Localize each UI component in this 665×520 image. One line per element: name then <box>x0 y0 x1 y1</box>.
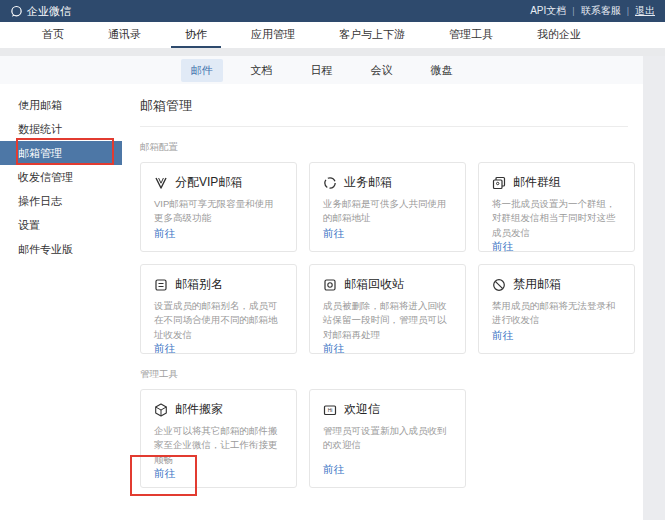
tab-drive[interactable]: 微盘 <box>421 59 463 82</box>
card-vip-mailbox: 分配VIP邮箱 VIP邮箱可享无限容量和使用更多高级功能 前往 <box>140 162 297 252</box>
card-desc: 将一批成员设置为一个群组，对群组发信相当于同时对这些成员发信 <box>492 197 621 240</box>
card-title: 禁用邮箱 <box>513 276 561 293</box>
mail-alias-icon <box>154 278 168 292</box>
goto-link-group[interactable]: 前往 <box>492 240 621 254</box>
card-mail-alias: 邮箱别名 设置成员的邮箱别名，成员可在不同场合使用不同的邮箱地址收发信 前往 <box>140 264 297 354</box>
mail-migration-box-icon <box>154 403 168 417</box>
nav-item-app-management[interactable]: 应用管理 <box>237 22 309 48</box>
wecom-logo[interactable]: 企业微信 <box>10 4 71 19</box>
sidebar-item-settings[interactable]: 设置 <box>0 213 122 237</box>
nav-item-my-company[interactable]: 我的企业 <box>523 22 595 48</box>
card-business-mailbox: 业务邮箱 业务邮箱是可供多人共同使用的邮箱地址 前往 <box>309 162 466 252</box>
topbar: 企业微信 API文档 | 联系客服 | 退出 <box>0 0 665 22</box>
sidebar-item-mail-pro[interactable]: 邮件专业版 <box>0 237 122 261</box>
mailbox-config-cards: 分配VIP邮箱 VIP邮箱可享无限容量和使用更多高级功能 前往 <box>140 162 628 354</box>
welcome-letter-icon: Hi <box>323 403 337 417</box>
goto-link-migration[interactable]: 前往 <box>154 467 283 481</box>
mail-sidebar: 使用邮箱 数据统计 邮箱管理 收发信管理 操作日志 设置 邮件专业版 <box>0 84 122 520</box>
collaboration-subtabs: 邮件 文档 日程 会议 微盘 <box>0 56 643 84</box>
page-title: 邮箱管理 <box>140 97 628 115</box>
card-title: 分配VIP邮箱 <box>175 174 242 191</box>
business-mailbox-icon <box>323 176 337 190</box>
scrollbar-gutter <box>643 56 665 520</box>
card-desc: 企业可以将其它邮箱的邮件搬家至企业微信，让工作衔接更顺畅 <box>154 424 283 467</box>
goto-link-disabled[interactable]: 前往 <box>492 329 621 343</box>
wecom-admin-page: 企业微信 API文档 | 联系客服 | 退出 首页 通讯录 协作 应用管理 客户… <box>0 0 665 520</box>
card-desc: 业务邮箱是可供多人共同使用的邮箱地址 <box>323 197 452 226</box>
disabled-mailbox-icon <box>492 278 506 292</box>
card-desc: 成员被删除，邮箱将进入回收站保留一段时间，管理员可以对邮箱再处理 <box>323 299 452 342</box>
card-disabled-mailbox: 禁用邮箱 禁用成员的邮箱将无法登录和进行收发信 前往 <box>478 264 635 354</box>
card-title: 邮箱回收站 <box>344 276 404 293</box>
nav-item-admin-tools[interactable]: 管理工具 <box>435 22 507 48</box>
card-recycle-bin: 邮箱回收站 成员被删除，邮箱将进入回收站保留一段时间，管理员可以对邮箱再处理 前… <box>309 264 466 354</box>
divider-band <box>0 48 665 56</box>
sidebar-item-use-mailbox[interactable]: 使用邮箱 <box>0 93 122 117</box>
goto-link-vip[interactable]: 前往 <box>154 227 283 241</box>
sidebar-item-operation-log[interactable]: 操作日志 <box>0 189 122 213</box>
sidebar-item-mailbox-management[interactable]: 邮箱管理 <box>0 141 122 165</box>
tab-meeting[interactable]: 会议 <box>361 59 403 82</box>
card-title: 邮件搬家 <box>175 401 223 418</box>
card-desc: 禁用成员的邮箱将无法登录和进行收发信 <box>492 299 621 328</box>
nav-item-home[interactable]: 首页 <box>28 22 78 48</box>
card-title: 欢迎信 <box>344 401 380 418</box>
brand-name: 企业微信 <box>27 4 71 19</box>
nav-item-contacts[interactable]: 通讯录 <box>94 22 155 48</box>
nav-item-collaboration[interactable]: 协作 <box>171 22 221 48</box>
card-desc: 设置成员的邮箱别名，成员可在不同场合使用不同的邮箱地址收发信 <box>154 299 283 342</box>
chat-bubble-logo-icon <box>10 5 23 18</box>
goto-link-alias[interactable]: 前往 <box>154 342 283 356</box>
svg-text:Hi: Hi <box>328 407 333 413</box>
goto-link-welcome[interactable]: 前往 <box>323 463 452 477</box>
divider: | <box>572 6 574 16</box>
card-welcome-letter: Hi 欢迎信 管理员可设置新加入成员收到的欢迎信 前往 <box>309 389 466 488</box>
goto-link-recycle[interactable]: 前往 <box>323 342 452 356</box>
divider <box>140 126 628 127</box>
section-label-admin-tools: 管理工具 <box>140 368 628 381</box>
sidebar-item-send-receive[interactable]: 收发信管理 <box>0 165 122 189</box>
card-desc: VIP邮箱可享无限容量和使用更多高级功能 <box>154 197 283 226</box>
topbar-links: API文档 | 联系客服 | 退出 <box>530 4 655 18</box>
vip-v-icon <box>154 176 168 190</box>
main-panel: 邮箱管理 邮箱配置 <box>122 84 643 520</box>
tab-docs[interactable]: 文档 <box>241 59 283 82</box>
card-title: 邮箱别名 <box>175 276 223 293</box>
tab-calendar[interactable]: 日程 <box>301 59 343 82</box>
divider: | <box>627 6 629 16</box>
recycle-bin-icon <box>323 278 337 292</box>
goto-link-business[interactable]: 前往 <box>323 227 452 241</box>
api-docs-link[interactable]: API文档 <box>530 4 566 18</box>
sidebar-item-statistics[interactable]: 数据统计 <box>0 117 122 141</box>
contact-support-link[interactable]: 联系客服 <box>581 4 621 18</box>
primary-nav: 首页 通讯录 协作 应用管理 客户与上下游 管理工具 我的企业 <box>0 22 665 48</box>
card-mail-migration: 邮件搬家 企业可以将其它邮箱的邮件搬家至企业微信，让工作衔接更顺畅 前往 <box>140 389 297 488</box>
card-title: 业务邮箱 <box>344 174 392 191</box>
card-desc: 管理员可设置新加入成员收到的欢迎信 <box>323 424 452 453</box>
tab-mail[interactable]: 邮件 <box>181 59 223 82</box>
admin-tools-cards: 邮件搬家 企业可以将其它邮箱的邮件搬家至企业微信，让工作衔接更顺畅 前往 H <box>140 389 628 488</box>
mail-group-icon <box>492 176 506 190</box>
card-mail-group: 邮件群组 将一批成员设置为一个群组，对群组发信相当于同时对这些成员发信 前往 <box>478 162 635 252</box>
card-title: 邮件群组 <box>513 174 561 191</box>
section-label-mailbox-config: 邮箱配置 <box>140 141 628 154</box>
nav-item-customers[interactable]: 客户与上下游 <box>325 22 419 48</box>
logout-link[interactable]: 退出 <box>635 4 655 18</box>
